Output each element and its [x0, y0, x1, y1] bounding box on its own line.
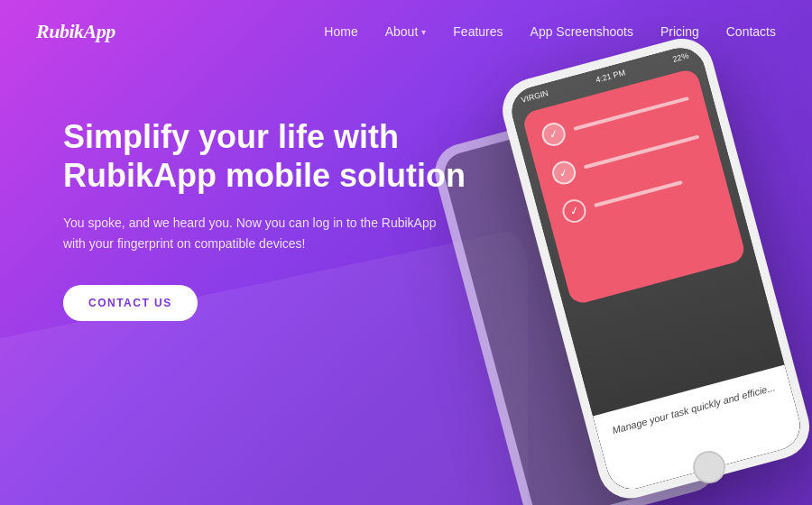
- app-checklist-card: ✓ ✓ ✓: [521, 68, 747, 306]
- nav-link-screenshots[interactable]: App Screenshoots: [531, 24, 633, 39]
- nav-item-home[interactable]: Home: [324, 24, 357, 39]
- nav-item-features[interactable]: Features: [453, 24, 503, 39]
- nav-link-home[interactable]: Home: [324, 24, 357, 39]
- nav-item-contacts[interactable]: Contacts: [726, 24, 776, 39]
- nav-links: Home About ▾ Features App Screenshoots: [324, 24, 776, 39]
- contact-us-button[interactable]: CONTACT US: [63, 285, 198, 321]
- phone-bottom-text: Manage your task quickly and efficie...: [611, 381, 777, 437]
- check-line-3: [594, 180, 682, 207]
- check-line-1: [573, 96, 689, 131]
- check-mark-3: ✓: [568, 205, 580, 217]
- nav-item-screenshots[interactable]: App Screenshoots: [531, 24, 633, 39]
- check-line-2: [584, 134, 700, 169]
- phone-carrier: VIRGIN: [520, 88, 549, 105]
- check-mark-1: ✓: [548, 128, 559, 141]
- hero-subtitle: You spoke, and we heard you. Now you can…: [63, 213, 442, 253]
- chevron-down-icon: ▾: [421, 27, 426, 37]
- nav-link-features[interactable]: Features: [453, 24, 503, 39]
- hero-content: Simplify your life with RubikApp mobile …: [63, 117, 496, 321]
- nav-link-about[interactable]: About ▾: [385, 24, 427, 39]
- brand-logo[interactable]: RubikApp: [36, 20, 115, 43]
- nav-link-pricing[interactable]: Pricing: [660, 24, 699, 39]
- nav-link-contacts[interactable]: Contacts: [726, 24, 776, 39]
- check-circle-1: ✓: [540, 120, 568, 149]
- nav-item-pricing[interactable]: Pricing: [660, 24, 699, 39]
- check-mark-2: ✓: [558, 166, 570, 179]
- check-circle-3: ✓: [560, 197, 589, 225]
- hero-section: RubikApp Home About ▾ Features Ap: [0, 0, 812, 505]
- check-circle-2: ✓: [549, 159, 578, 188]
- phone-time: 4:21 PM: [595, 68, 626, 84]
- nav-item-about[interactable]: About ▾: [385, 24, 427, 39]
- navbar: RubikApp Home About ▾ Features Ap: [0, 0, 812, 63]
- hero-title: Simplify your life with RubikApp mobile …: [63, 117, 496, 195]
